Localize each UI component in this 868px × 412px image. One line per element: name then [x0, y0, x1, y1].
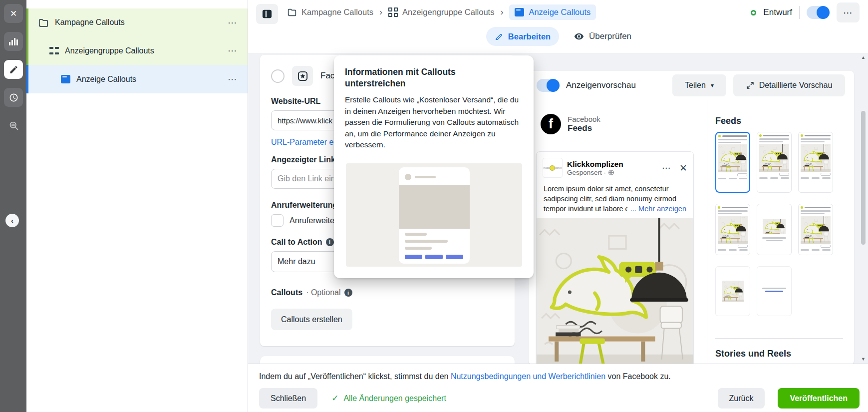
folder-icon	[38, 17, 49, 27]
breadcrumb-campaign[interactable]: Kampagne Callouts	[287, 7, 373, 17]
call-extension-checkbox[interactable]	[271, 214, 284, 227]
callouts-illustration	[346, 163, 522, 267]
caret-down-icon: ▾	[711, 82, 714, 89]
cta-label: Call to Action	[271, 238, 322, 247]
preview-thumbnail[interactable]	[715, 266, 750, 316]
search-insights-button[interactable]	[4, 116, 23, 135]
close-draft-button[interactable]: Schließen	[259, 388, 317, 409]
close-button[interactable]: ✕	[4, 4, 23, 23]
scroll-up-icon[interactable]: ▲	[860, 55, 867, 60]
footer-bar: Indem du auf „Veröffentlichen“ klickst, …	[248, 364, 868, 412]
tree-item-ad[interactable]: Anzeige Callouts ⋯	[26, 65, 248, 93]
ad-preview-panel: Anzeigenvorschau Teilen ▾ Detaillierte V…	[529, 71, 854, 365]
campaign-tree-panel: Kampagne Callouts ⋯ Anzeigengruppe Callo…	[26, 0, 248, 412]
search-insights-icon	[8, 120, 19, 131]
preview-thumbnail[interactable]	[798, 204, 833, 255]
channel-radio[interactable]	[271, 69, 285, 83]
content-area: Facebook Website-URL https://www.klick U…	[248, 53, 868, 365]
ad-close-icon[interactable]: ✕	[679, 162, 687, 174]
breadcrumb-adset[interactable]: Anzeigengruppe Callouts	[388, 7, 494, 17]
preview-thumbnail[interactable]	[757, 266, 792, 316]
publish-button[interactable]: Veröffentlichen	[778, 388, 860, 409]
tab-label: Überprüfen	[589, 31, 631, 41]
see-more-link[interactable]: ... Mehr anzeigen	[627, 204, 686, 214]
folder-icon	[287, 7, 297, 16]
collapse-chevron-icon: ‹	[11, 216, 13, 225]
feeds-thumbnail-grid	[715, 132, 845, 327]
status-area: Entwurf ⋯	[751, 0, 860, 25]
share-label: Teilen	[685, 81, 706, 90]
globe-icon	[608, 169, 614, 176]
tree-item-adset[interactable]: Anzeigengruppe Callouts ⋯	[26, 36, 248, 65]
tab-review[interactable]: Überprüfen	[574, 27, 631, 46]
breadcrumb-separator: ›	[379, 7, 382, 17]
preview-thumbnail[interactable]	[757, 132, 792, 193]
overflow-menu-icon[interactable]: ⋯	[228, 73, 238, 85]
displayed-link-placeholder: Gib den Link ein	[278, 174, 335, 183]
tab-label: Bearbeiten	[508, 32, 551, 41]
breadcrumb-separator: ›	[500, 7, 503, 17]
preview-thumbnail[interactable]	[757, 204, 792, 255]
divider	[799, 6, 800, 19]
overflow-menu-icon: ⋯	[843, 7, 853, 18]
insights-button[interactable]	[4, 32, 23, 51]
ads-manager-app: ✕ ‹ Kampagne Callouts ⋯ Anzeig	[0, 0, 868, 412]
website-url-value: https://www.klick	[278, 116, 332, 125]
collapse-panel-button[interactable]: ‹	[5, 214, 19, 227]
breadcrumb-label: Kampagne Callouts	[301, 7, 373, 17]
breadcrumb: Kampagne Callouts › Anzeigengruppe Callo…	[287, 0, 596, 24]
back-button[interactable]: Zurück	[718, 388, 765, 409]
overflow-menu-icon[interactable]: ⋯	[228, 17, 238, 28]
popup-title: Informationen mit Callouts unterstreiche…	[345, 66, 480, 89]
more-options-button[interactable]: ⋯	[837, 2, 860, 22]
create-callouts-button[interactable]: Callouts erstellen	[271, 309, 352, 330]
history-button[interactable]	[4, 88, 23, 107]
tree-item-label: Anzeige Callouts	[76, 75, 136, 84]
ad-overflow-icon[interactable]: ⋯	[662, 163, 671, 173]
ad-preview-toggle[interactable]	[537, 79, 560, 92]
breadcrumb-ad-current[interactable]: Anzeige Callouts	[509, 4, 596, 20]
info-icon[interactable]: i	[344, 289, 352, 297]
saved-status-label: Alle Änderungen gespeichert	[343, 394, 446, 403]
tree-item-label: Kampagne Callouts	[55, 18, 125, 27]
tree-item-campaign[interactable]: Kampagne Callouts ⋯	[26, 8, 248, 36]
callouts-label: Callouts	[271, 288, 302, 297]
main-area: Kampagne Callouts › Anzeigengruppe Callo…	[248, 0, 868, 412]
info-icon[interactable]: i	[326, 238, 334, 246]
ad-active-toggle[interactable]	[807, 6, 830, 19]
terms-link[interactable]: Nutzungsbedingungen und Werberichtlinien	[451, 372, 605, 381]
popup-body: Erstelle Callouts wie „Kostenloser Versa…	[345, 94, 524, 151]
breadcrumb-label: Anzeige Callouts	[529, 7, 590, 17]
breadcrumb-label: Anzeigengruppe Callouts	[402, 7, 494, 17]
overflow-menu-icon[interactable]: ⋯	[228, 45, 238, 56]
sidebar-toggle-icon	[262, 9, 273, 19]
history-clock-icon	[9, 93, 18, 102]
scroll-down-icon[interactable]: ▼	[860, 357, 867, 362]
page-avatar: Klickkomplizen	[543, 158, 563, 178]
page-badge-button[interactable]	[292, 66, 313, 86]
top-bar: Kampagne Callouts › Anzeigengruppe Callo…	[248, 0, 868, 53]
edit-button[interactable]	[4, 60, 23, 79]
divider	[707, 101, 707, 365]
legal-post: von Facebook zu.	[605, 372, 671, 381]
draft-status-label: Entwurf	[763, 7, 792, 17]
insights-bar-chart-icon	[9, 37, 18, 45]
toggle-sidebar-button[interactable]	[256, 4, 278, 24]
platform-label: Facebook	[568, 115, 600, 123]
edit-pencil-icon	[9, 65, 18, 74]
preview-thumbnail[interactable]	[715, 204, 750, 255]
tab-edit[interactable]: Bearbeiten	[486, 27, 559, 46]
ad-icon	[515, 8, 524, 16]
vertical-scrollbar[interactable]: ▲ ▼	[860, 53, 867, 365]
tree-item-label: Anzeigengruppe Callouts	[65, 46, 154, 55]
ad-preview-label: Anzeigenvorschau	[566, 80, 636, 90]
preview-thumbnail[interactable]	[715, 132, 750, 193]
divider	[715, 338, 843, 339]
scrollbar-thumb[interactable]	[861, 111, 866, 245]
placement-header: f Facebook Feeds	[541, 114, 600, 134]
callouts-optional-label: · Optional	[306, 288, 340, 297]
adset-grid-icon	[49, 46, 59, 55]
preview-thumbnail[interactable]	[798, 132, 833, 193]
cta-value: Mehr dazu	[278, 257, 315, 266]
saved-check-icon: ✓	[331, 393, 338, 404]
